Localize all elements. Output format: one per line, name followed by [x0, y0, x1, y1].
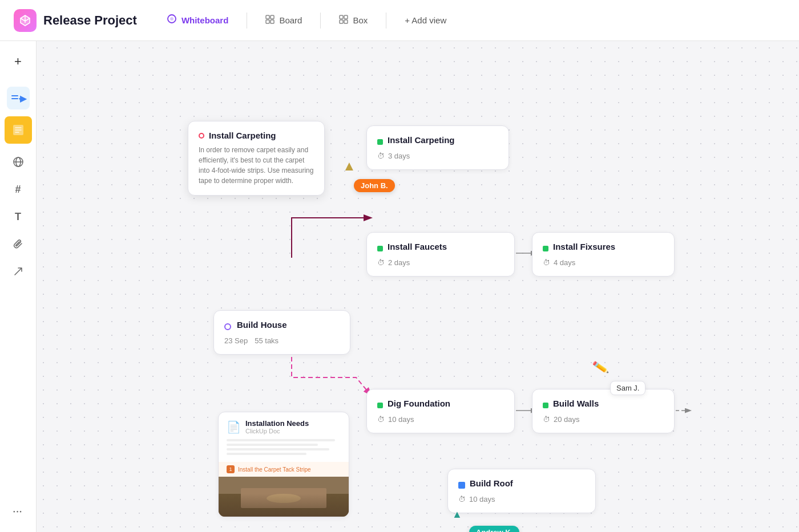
box-icon: [339, 15, 348, 26]
svg-rect-1: [266, 15, 269, 19]
doc-step-number: 1: [227, 465, 235, 473]
install-faucets-duration: 2 days: [388, 258, 410, 267]
walls-clock-icon: ⏱: [543, 415, 550, 424]
build-house-tasks: 55 taks: [255, 336, 279, 345]
sidebar-pointer-tool[interactable]: ▶: [7, 87, 30, 109]
andrew-k-badge[interactable]: Andrew K.: [469, 526, 519, 532]
build-house-meta: 23 Sep 55 taks: [224, 336, 340, 345]
svg-point-18: [267, 494, 301, 503]
doc-header: 📄 Installation Needs ClickUp Doc: [219, 412, 349, 439]
install-carpeting-meta: ⏱ 3 days: [377, 152, 498, 160]
doc-line-3: [227, 448, 329, 450]
dig-foundation-dot: [377, 403, 383, 408]
doc-line-1: [227, 439, 335, 441]
dig-foundation-duration: 10 days: [388, 415, 414, 424]
nav-divider3: [386, 13, 386, 29]
build-roof-title: Build Roof: [470, 478, 513, 488]
sidebar-arrow-tool[interactable]: [7, 260, 30, 283]
install-fixsures-card[interactable]: Install Fixsures ⏱ 4 days: [532, 232, 675, 277]
build-walls-card[interactable]: Build Walls ⏱ 20 days: [532, 389, 675, 433]
dig-foundation-card[interactable]: Dig Foundation ⏱ 10 days: [366, 389, 515, 433]
build-roof-card[interactable]: Build Roof ⏱ 10 days: [447, 469, 596, 513]
sidebar-hash-tool[interactable]: #: [7, 178, 30, 201]
install-carpeting-popup-card[interactable]: Install Carpeting In order to remove car…: [188, 121, 325, 196]
nav-box[interactable]: Box: [330, 10, 377, 30]
dig-foundation-meta: ⏱ 10 days: [377, 415, 504, 424]
doc-subtitle: ClickUp Doc: [245, 428, 309, 434]
install-carpeting-popup-body: In order to remove carpet easily and eff…: [199, 145, 314, 186]
doc-title: Installation Needs: [245, 419, 309, 428]
whiteboard-icon: [167, 14, 177, 27]
doc-step-label: Install the Carpet Tack Stripe: [238, 466, 311, 473]
project-logo-area: Release Project: [14, 9, 137, 32]
install-faucets-meta: ⏱ 2 days: [377, 258, 504, 267]
pointer-arrow: ▶: [20, 93, 27, 104]
nav-board[interactable]: Board: [256, 10, 311, 30]
install-carpeting-duration: 3 days: [388, 152, 410, 160]
sidebar: + ▶ # T: [0, 41, 37, 532]
foundation-clock-icon: ⏱: [377, 415, 385, 424]
doc-text-lines: [219, 439, 349, 462]
svg-rect-5: [340, 15, 343, 19]
sam-j-badge[interactable]: Sam J.: [610, 381, 645, 395]
svg-rect-15: [219, 477, 349, 517]
build-roof-meta: ⏱ 10 days: [458, 495, 585, 503]
roof-clock-icon: ⏱: [458, 495, 466, 503]
install-fixsures-duration: 4 days: [554, 258, 575, 267]
canvas[interactable]: Install Carpeting In order to remove car…: [37, 41, 799, 532]
install-carpeting-popup-title: Install Carpeting: [199, 131, 314, 140]
fixsures-clock-icon: ⏱: [543, 258, 550, 267]
svg-rect-17: [241, 488, 326, 508]
build-house-title: Build House: [237, 320, 287, 330]
dig-foundation-title: Dig Foundation: [388, 399, 450, 408]
install-carpeting-dot: [377, 139, 383, 145]
build-house-dot: [224, 323, 231, 330]
svg-rect-9: [11, 95, 18, 96]
install-faucets-dot: [377, 246, 383, 251]
doc-icon: 📄: [227, 420, 241, 434]
sidebar-more-options[interactable]: ●●●: [7, 500, 30, 523]
sidebar-globe-tool[interactable]: [7, 151, 30, 173]
project-title: Release Project: [43, 13, 137, 28]
board-label: Board: [279, 15, 302, 25]
install-carpeting-card[interactable]: Install Carpeting ⏱ 3 days: [366, 125, 509, 170]
board-icon: [265, 15, 275, 26]
build-walls-duration: 20 days: [554, 415, 580, 424]
cursor-pointer: ▲: [342, 158, 356, 174]
faucets-clock-icon: ⏱: [377, 258, 385, 267]
doc-image: [219, 477, 349, 517]
box-label: Box: [353, 15, 368, 25]
sidebar-sticky-note[interactable]: [5, 116, 32, 144]
main-area: + ▶ # T: [0, 41, 799, 532]
install-fixsures-title: Install Fixsures: [553, 242, 615, 251]
svg-rect-8: [344, 20, 348, 23]
add-view-button[interactable]: + Add view: [396, 11, 455, 30]
installation-needs-doc[interactable]: 📄 Installation Needs ClickUp Doc 1 Insta…: [218, 412, 349, 517]
cursor-bottom: ▲: [452, 509, 462, 521]
sidebar-text-tool[interactable]: T: [7, 205, 30, 228]
doc-line-2: [227, 444, 318, 446]
svg-rect-4: [271, 20, 274, 23]
sidebar-attachment-tool[interactable]: [7, 233, 30, 255]
sidebar-add-button[interactable]: +: [7, 50, 30, 73]
nav-whiteboard[interactable]: Whiteboard: [158, 9, 238, 31]
doc-step: 1 Install the Carpet Tack Stripe: [219, 462, 349, 477]
install-faucets-card[interactable]: Install Faucets ⏱ 2 days: [366, 232, 515, 277]
nav-divider: [247, 13, 247, 29]
nav-divider2: [320, 13, 321, 29]
install-fixsures-meta: ⏱ 4 days: [543, 258, 664, 267]
pencil-cursor: ✏️: [592, 359, 610, 376]
build-house-card[interactable]: Build House 23 Sep 55 taks: [213, 310, 350, 355]
svg-rect-10: [11, 98, 18, 99]
install-fixsures-dot: [543, 246, 548, 251]
svg-rect-2: [271, 15, 274, 19]
install-carpeting-title: Install Carpeting: [388, 135, 455, 145]
svg-rect-16: [219, 494, 349, 517]
build-roof-duration: 10 days: [469, 495, 495, 503]
topbar: Release Project Whiteboard Bo: [0, 0, 799, 41]
install-faucets-title: Install Faucets: [388, 242, 447, 251]
svg-rect-6: [344, 15, 348, 19]
build-walls-dot: [543, 403, 548, 408]
john-b-badge[interactable]: John B.: [354, 179, 395, 192]
logo-icon: [14, 9, 37, 32]
